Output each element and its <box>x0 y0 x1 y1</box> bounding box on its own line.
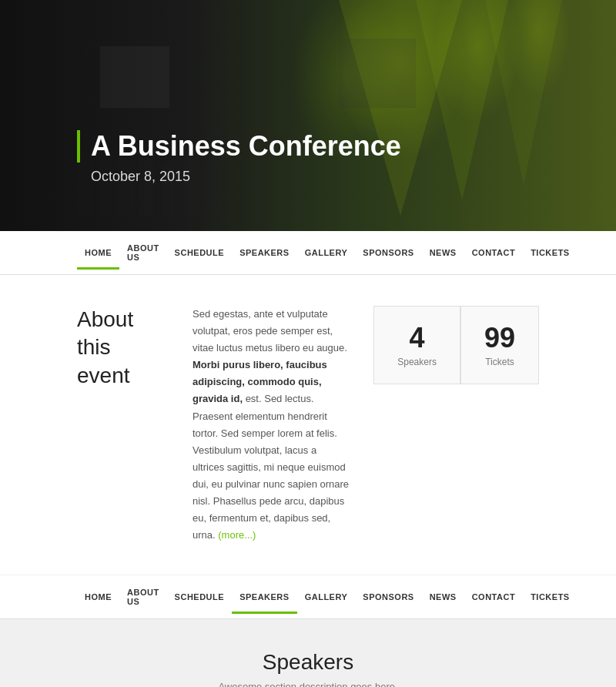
nav-schedule[interactable]: SCHEDULE <box>167 236 233 270</box>
about-bold-text: Morbi purus libero, faucibus adipiscing,… <box>192 359 327 404</box>
nav2-news[interactable]: NEWS <box>422 580 464 614</box>
speakers-count: 4 <box>397 322 437 354</box>
nav2-contact[interactable]: CONTACT <box>464 580 523 614</box>
primary-nav: HOME ABOUT US SCHEDULE SPEAKERS GALLERY … <box>0 231 616 275</box>
nav-news[interactable]: NEWS <box>422 236 464 270</box>
nav-home[interactable]: HOME <box>77 236 119 270</box>
hero-title: A Business Conference <box>77 130 401 163</box>
speakers-header: Speakers Awesome section description goe… <box>77 650 539 687</box>
hero-content: A Business Conference October 8, 2015 <box>77 130 401 185</box>
hero-date: October 8, 2015 <box>77 169 401 185</box>
stats-container: 4 Speakers 99 Tickets <box>373 306 539 384</box>
nav2-schedule[interactable]: SCHEDULE <box>167 580 233 614</box>
nav2-tickets[interactable]: TICKETS <box>523 580 578 614</box>
nav-sponsors[interactable]: SPONSORS <box>355 236 421 270</box>
svg-rect-8 <box>339 39 416 108</box>
nav-tickets[interactable]: TICKETS <box>523 236 578 270</box>
primary-nav-links: HOME ABOUT US SCHEDULE SPEAKERS GALLERY … <box>77 231 578 274</box>
nav-gallery[interactable]: GALLERY <box>297 236 356 270</box>
svg-rect-7 <box>100 46 169 108</box>
nav-about[interactable]: ABOUT US <box>119 231 167 274</box>
tickets-count: 99 <box>484 322 515 354</box>
about-title-block: Aboutthisevent <box>77 306 169 390</box>
hero-silhouette <box>0 0 616 231</box>
about-title: Aboutthisevent <box>77 306 169 390</box>
about-text-block: Sed egestas, ante et vulputate volutpat,… <box>192 306 350 544</box>
nav2-gallery[interactable]: GALLERY <box>297 580 356 614</box>
speakers-description: Awesome section description goes here. <box>77 681 539 687</box>
nav-speakers[interactable]: SPEAKERS <box>232 236 297 270</box>
about-more-link[interactable]: (more...) <box>218 529 256 541</box>
stat-tickets: 99 Tickets <box>460 306 539 384</box>
nav2-about[interactable]: ABOUT US <box>119 575 167 618</box>
nav2-home[interactable]: HOME <box>77 580 119 614</box>
stat-speakers: 4 Speakers <box>373 306 460 384</box>
hero-section: A Business Conference October 8, 2015 <box>0 0 616 231</box>
nav2-sponsors[interactable]: SPONSORS <box>355 580 421 614</box>
about-section: Aboutthisevent Sed egestas, ante et vulp… <box>0 275 616 575</box>
secondary-nav-links: HOME ABOUT US SCHEDULE SPEAKERS GALLERY … <box>77 575 578 618</box>
speakers-label: Speakers <box>397 357 437 367</box>
secondary-nav: HOME ABOUT US SCHEDULE SPEAKERS GALLERY … <box>0 575 616 619</box>
speakers-title: Speakers <box>77 650 539 675</box>
about-paragraph: Sed egestas, ante et vulputate volutpat,… <box>192 306 350 544</box>
nav-contact[interactable]: CONTACT <box>464 236 523 270</box>
nav2-speakers[interactable]: SPEAKERS <box>232 580 297 614</box>
tickets-label: Tickets <box>485 357 514 367</box>
speakers-section: Speakers Awesome section description goe… <box>0 619 616 687</box>
